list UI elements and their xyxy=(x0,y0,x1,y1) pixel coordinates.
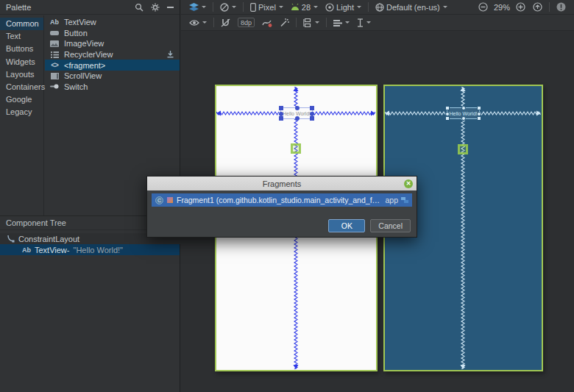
chevron-down-icon xyxy=(345,21,350,24)
dialog-titlebar[interactable]: Fragments ✕ xyxy=(147,177,417,190)
switch-icon xyxy=(49,84,60,89)
palette-categories: Common Text Buttons Widgets Layouts Cont… xyxy=(0,15,44,215)
constraint-anchor[interactable] xyxy=(461,106,466,110)
palette-item-recyclerview[interactable]: RecyclerView xyxy=(45,49,180,60)
guidelines-button[interactable] xyxy=(353,15,375,30)
resize-handle[interactable] xyxy=(279,116,283,121)
constraint-top xyxy=(458,87,468,108)
category-containers[interactable]: Containers xyxy=(0,81,43,93)
button-icon xyxy=(49,30,60,36)
constraint-left xyxy=(385,108,447,118)
recyclerview-icon xyxy=(49,51,60,58)
resize-handle[interactable] xyxy=(477,116,481,121)
textview-widget[interactable]: Hello World! xyxy=(447,107,480,119)
palette-item-fragment[interactable]: <> <fragment> xyxy=(45,60,180,71)
download-icon[interactable] xyxy=(167,51,174,58)
api-label: 28 xyxy=(302,3,311,12)
align-button[interactable] xyxy=(330,15,353,30)
category-google[interactable]: Google xyxy=(0,93,43,106)
resize-handle[interactable] xyxy=(477,106,481,110)
eye-icon xyxy=(189,19,199,26)
orientation-button[interactable] xyxy=(216,0,240,14)
module-label: app xyxy=(385,196,398,204)
category-legacy[interactable]: Legacy xyxy=(0,106,43,118)
locale-label: Default (en-us) xyxy=(386,3,440,12)
textview-icon: Ab xyxy=(49,18,60,26)
default-margins-button[interactable]: 8dp xyxy=(234,15,258,30)
api-selector[interactable]: 28 xyxy=(287,0,322,14)
resize-handle[interactable] xyxy=(310,116,314,121)
cancel-button[interactable]: Cancel xyxy=(370,219,411,232)
resize-handle[interactable] xyxy=(445,106,450,110)
imageview-icon xyxy=(49,40,60,47)
close-icon[interactable]: ✕ xyxy=(404,179,413,188)
category-widgets[interactable]: Widgets xyxy=(0,56,43,68)
ok-button[interactable]: OK xyxy=(328,219,365,232)
zoom-out-button[interactable] xyxy=(475,0,492,14)
zoom-out-icon xyxy=(478,2,488,12)
view-options-button[interactable] xyxy=(185,15,210,30)
autoconnect-button[interactable] xyxy=(217,15,234,30)
palette-item-textview[interactable]: Ab TextView xyxy=(45,17,180,28)
infer-constraints-button[interactable] xyxy=(276,15,293,30)
search-icon[interactable] xyxy=(135,3,144,12)
device-selector[interactable]: Pixel xyxy=(247,0,287,14)
category-layouts[interactable]: Layouts xyxy=(0,68,43,81)
palette-item-button[interactable]: Button xyxy=(45,28,180,39)
category-text[interactable]: Text xyxy=(0,30,43,43)
textview-widget[interactable]: Hello World! xyxy=(280,107,313,119)
chevron-down-icon xyxy=(315,21,319,24)
constraint-anchor[interactable] xyxy=(279,112,283,116)
palette-item-imageview[interactable]: ImageView xyxy=(45,38,180,49)
palette-header: Palette xyxy=(0,0,180,15)
locale-selector[interactable]: Default (en-us) xyxy=(372,0,451,14)
dialog-buttons: OK Cancel xyxy=(328,219,411,232)
palette-item-label: ScrollView xyxy=(64,71,102,80)
constraint-right xyxy=(480,108,541,118)
resize-handle[interactable] xyxy=(279,106,283,110)
design-surface-button[interactable] xyxy=(185,0,210,14)
resize-handle[interactable] xyxy=(310,106,314,110)
pack-button[interactable] xyxy=(300,15,323,30)
category-buttons[interactable]: Buttons xyxy=(0,43,43,55)
constraint-bottom xyxy=(458,119,468,369)
constraint-anchor[interactable] xyxy=(295,106,300,110)
constraint-bottom xyxy=(291,119,301,369)
zoom-level: 29% xyxy=(492,3,512,12)
hide-panel-icon[interactable] xyxy=(167,7,174,8)
zoom-in-button[interactable] xyxy=(512,0,529,14)
align-icon xyxy=(333,19,342,26)
chevron-down-icon xyxy=(313,6,318,8)
pack-icon xyxy=(303,18,312,27)
resize-handle[interactable] xyxy=(445,116,450,121)
guideline-icon xyxy=(357,18,364,27)
scrollview-icon xyxy=(49,73,60,79)
constraintlayout-icon xyxy=(7,235,15,243)
fragment-list-item[interactable]: C Fragment1 (com.github.kotlin_studio.ma… xyxy=(152,193,412,207)
palette-item-scrollview[interactable]: ScrollView xyxy=(45,71,180,82)
class-icon: C xyxy=(155,196,163,204)
constraint-anchor[interactable] xyxy=(310,112,314,116)
palette-item-label: Button xyxy=(64,29,88,38)
module-badge: app xyxy=(385,196,408,204)
theme-label: Light xyxy=(336,3,354,12)
constraint-right xyxy=(313,108,375,118)
palette-item-label: RecyclerView xyxy=(64,50,113,59)
theme-selector[interactable]: Light xyxy=(322,0,365,14)
clear-constraints-button[interactable] xyxy=(258,15,276,30)
category-common[interactable]: Common xyxy=(0,18,43,30)
issues-button[interactable] xyxy=(553,0,570,14)
constraint-left xyxy=(216,108,280,118)
constraint-anchor[interactable] xyxy=(477,112,481,116)
fragment-icon: <> xyxy=(49,61,60,69)
palette-item-switch[interactable]: Switch xyxy=(45,82,180,93)
zoom-to-fit-icon xyxy=(533,2,542,12)
tree-item-textview[interactable]: Ab TextView- "Hello World!" xyxy=(0,244,180,255)
gear-icon[interactable] xyxy=(151,3,160,12)
constraint-anchor[interactable] xyxy=(445,112,450,116)
constraint-anchor[interactable] xyxy=(295,116,300,121)
android-icon xyxy=(291,4,300,10)
constraint-anchor[interactable] xyxy=(461,116,466,121)
zoom-to-fit-button[interactable] xyxy=(529,0,546,14)
clear-constraints-icon xyxy=(262,18,272,27)
